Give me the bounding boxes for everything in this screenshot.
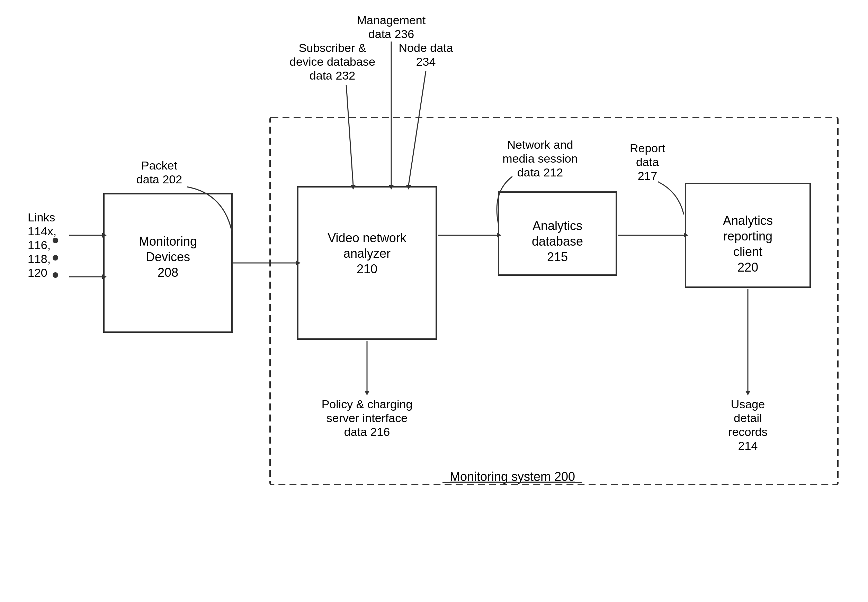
report-data-label3: 217: [638, 169, 657, 182]
links-label4: 118,: [28, 252, 51, 266]
mgmt-data-label1: Management: [357, 14, 426, 27]
monitoring-devices-label2: Devices: [146, 250, 190, 264]
vna-label2: analyzer: [343, 246, 391, 261]
analytics-client-label3: client: [733, 244, 762, 259]
report-data-label2: data: [636, 155, 659, 169]
links-label3: 116,: [28, 238, 51, 252]
net-media-label3: data 212: [517, 166, 563, 179]
bullet3: [52, 272, 58, 278]
analytics-client-label2: reporting: [723, 229, 773, 243]
vna-label1: Video network: [328, 231, 406, 245]
arrow-vna-policy: [365, 391, 369, 395]
policy-label3: data 216: [344, 425, 390, 438]
sub-db-label1: Subscriber &: [299, 41, 366, 54]
usage-label4: 214: [738, 439, 758, 452]
monitoring-devices-label3: 208: [157, 266, 178, 280]
usage-label2: detail: [734, 412, 762, 424]
svg-line-4: [346, 85, 353, 185]
bullet2: [52, 255, 58, 261]
usage-label3: records: [728, 425, 767, 438]
vna-label3: 210: [357, 262, 377, 276]
policy-label1: Policy & charging: [322, 398, 413, 411]
arrow-arc-usage: [745, 391, 750, 395]
report-data-label1: Report: [630, 141, 665, 155]
sub-db-label2: device database: [289, 55, 375, 68]
node-data-label2: 234: [416, 55, 436, 68]
links-label5: 120: [28, 266, 48, 279]
svg-line-5: [409, 71, 426, 185]
usage-label1: Usage: [731, 398, 765, 411]
mgmt-data-label2: data 236: [368, 27, 414, 40]
net-media-label1: Network and: [507, 138, 573, 151]
analytics-db-label1: Analytics: [532, 219, 582, 233]
analytics-db-label3: 215: [547, 250, 568, 264]
net-media-label2: media session: [502, 152, 577, 165]
analytics-client-label4: 220: [737, 260, 758, 274]
bullet1: [52, 238, 58, 243]
analytics-client-label1: Analytics: [723, 213, 773, 228]
policy-label2: server interface: [326, 412, 408, 424]
sub-db-label3: data 232: [309, 69, 355, 82]
links-label: Links: [28, 211, 55, 224]
monitoring-system-label: Monitoring system 200: [450, 470, 575, 484]
monitoring-devices-label: Monitoring: [139, 234, 197, 249]
diagram-container: Monitoring Devices 208 Video network ana…: [0, 0, 868, 602]
packet-data-label2: data 202: [136, 173, 182, 186]
node-data-label1: Node data: [399, 41, 453, 54]
packet-data-label1: Packet: [141, 159, 177, 172]
report-data-curve: [658, 182, 684, 215]
links-label2: 114x,: [28, 224, 57, 238]
analytics-db-label2: database: [532, 234, 583, 249]
